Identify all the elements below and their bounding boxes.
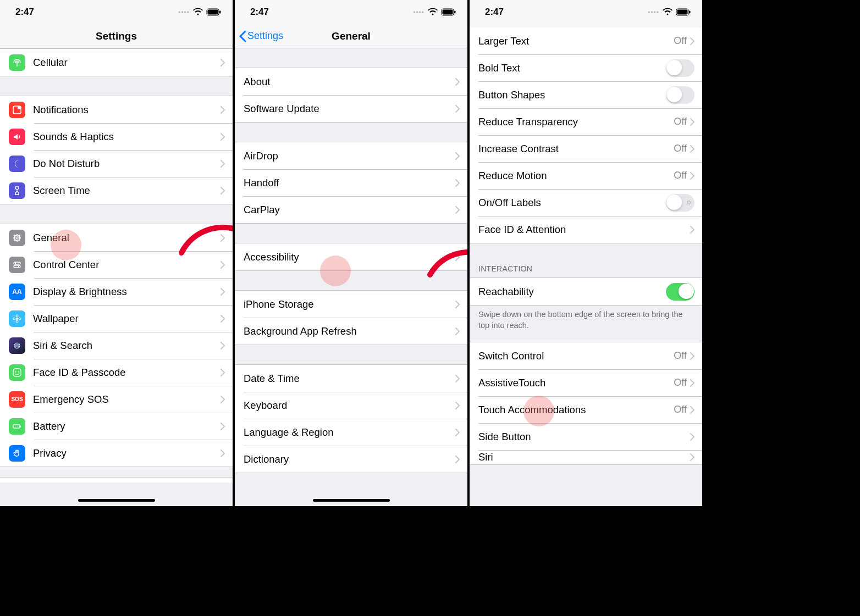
chevron-right-icon [455, 301, 460, 308]
cellular-dots-icon: •••• [648, 8, 659, 16]
chevron-right-icon [455, 402, 460, 409]
row-label: Siri & Search [33, 340, 220, 352]
row-button-shapes[interactable]: Button Shapes [470, 81, 702, 108]
chevron-right-icon [220, 423, 225, 430]
row-faceid[interactable]: Face ID & Passcode [0, 359, 233, 386]
row-siri[interactable]: Siri & Search [0, 332, 233, 359]
row-notifications[interactable]: Notifications [0, 96, 233, 123]
row-reduce-transparency[interactable]: Reduce Transparency Off [470, 108, 702, 135]
row-dnd[interactable]: Do Not Disturb [0, 150, 233, 177]
switch-button-shapes[interactable] [666, 86, 694, 104]
svg-point-19 [16, 345, 18, 346]
row-label: Date & Time [244, 373, 455, 385]
row-display[interactable]: AA Display & Brightness [0, 278, 233, 305]
row-label: Reachability [478, 286, 666, 298]
row-privacy[interactable]: Privacy [0, 440, 233, 467]
row-assistivetouch[interactable]: AssistiveTouch Off [470, 369, 702, 396]
row-wallpaper[interactable]: Wallpaper [0, 305, 233, 332]
row-increase-contrast[interactable]: Increase Contrast Off [470, 135, 702, 162]
siri-icon [9, 337, 25, 354]
chevron-right-icon [455, 105, 460, 113]
row-reachability[interactable]: Reachability [470, 278, 702, 305]
back-button[interactable]: Settings [235, 30, 283, 42]
svg-rect-24 [20, 425, 21, 427]
chevron-right-icon [220, 59, 225, 66]
row-siri[interactable]: Siri [470, 450, 702, 464]
svg-rect-23 [13, 425, 20, 428]
row-language-region[interactable]: Language & Region [235, 419, 467, 446]
navbar: Settings [0, 24, 233, 48]
row-screentime[interactable]: Screen Time [0, 177, 233, 204]
chevron-right-icon [455, 78, 460, 86]
status-bar: 2:47 •••• [235, 0, 467, 24]
status-bar: 2:47 •••• [470, 0, 702, 24]
home-indicator[interactable] [313, 499, 390, 502]
svg-rect-29 [677, 10, 688, 15]
settings-group-a: Notifications Sounds & Haptics Do Not Di… [0, 96, 233, 204]
switch-reachability[interactable] [666, 283, 694, 301]
row-carplay[interactable]: CarPlay [235, 196, 467, 223]
row-dictionary[interactable]: Dictionary [235, 446, 467, 473]
switch-bold-text[interactable] [666, 59, 694, 77]
row-label: Reduce Transparency [478, 116, 674, 128]
row-label: Reduce Motion [478, 170, 674, 182]
row-control-center[interactable]: Control Center [0, 251, 233, 278]
row-label: Notifications [33, 104, 220, 116]
row-keyboard[interactable]: Keyboard [235, 392, 467, 419]
chevron-right-icon [220, 449, 225, 457]
row-label: Cellular [33, 57, 220, 69]
wifi-icon [428, 8, 438, 16]
row-larger-text[interactable]: Larger Text Off [470, 27, 702, 54]
row-background-refresh[interactable]: Background App Refresh [235, 318, 467, 345]
row-about[interactable]: About [235, 68, 467, 95]
chevron-right-icon [220, 396, 225, 403]
status-bar: 2:47 •••• [0, 0, 233, 24]
notifications-icon [9, 102, 25, 118]
row-cellular[interactable]: Cellular [0, 49, 233, 76]
row-side-button[interactable]: Side Button [470, 423, 702, 450]
row-value: Off [674, 143, 687, 154]
chevron-right-icon [455, 456, 460, 463]
chevron-right-icon [220, 133, 225, 141]
row-label: Face ID & Passcode [33, 367, 220, 379]
row-bold-text[interactable]: Bold Text [470, 54, 702, 81]
row-iphone-storage[interactable]: iPhone Storage [235, 291, 467, 318]
row-general[interactable]: General [0, 224, 233, 251]
row-sounds[interactable]: Sounds & Haptics [0, 123, 233, 150]
home-indicator[interactable] [78, 499, 155, 502]
switches-icon [9, 257, 25, 273]
row-switch-control[interactable]: Switch Control Off [470, 342, 702, 369]
row-date-time[interactable]: Date & Time [235, 365, 467, 392]
section-footer-reachability: Swipe down on the bottom edge of the scr… [470, 306, 702, 336]
row-label: AssistiveTouch [478, 377, 674, 389]
chevron-right-icon [220, 369, 225, 376]
svg-rect-30 [689, 11, 691, 14]
battery-icon [206, 8, 222, 16]
row-label: Battery [33, 420, 220, 432]
row-label: Screen Time [33, 185, 220, 197]
row-label: Background App Refresh [244, 325, 455, 337]
svg-point-6 [14, 235, 20, 241]
row-sos[interactable]: SOS Emergency SOS [0, 386, 233, 413]
row-accessibility[interactable]: Accessibility [235, 243, 467, 270]
row-airdrop[interactable]: AirDrop [235, 142, 467, 169]
row-reduce-motion[interactable]: Reduce Motion Off [470, 162, 702, 189]
chevron-right-icon [455, 253, 460, 261]
row-faceid-attention[interactable]: Face ID & Attention [470, 216, 702, 243]
hourglass-icon [9, 182, 25, 199]
svg-point-11 [18, 265, 19, 267]
row-battery[interactable]: Battery [0, 413, 233, 440]
chevron-right-icon [690, 379, 694, 387]
row-handoff[interactable]: Handoff [235, 169, 467, 196]
chevron-right-icon [455, 328, 460, 335]
switch-onoff-labels[interactable] [666, 194, 694, 212]
row-label: Increase Contrast [478, 143, 674, 155]
chevron-right-icon [220, 106, 225, 114]
battery-row-icon [9, 418, 25, 435]
chevron-right-icon [220, 234, 225, 242]
row-software-update[interactable]: Software Update [235, 95, 467, 122]
row-onoff-labels[interactable]: On/Off Labels [470, 189, 702, 216]
row-label: Keyboard [244, 399, 455, 412]
row-touch-accommodations[interactable]: Touch Accommodations Off [470, 396, 702, 423]
cellular-dots-icon: •••• [413, 8, 425, 16]
